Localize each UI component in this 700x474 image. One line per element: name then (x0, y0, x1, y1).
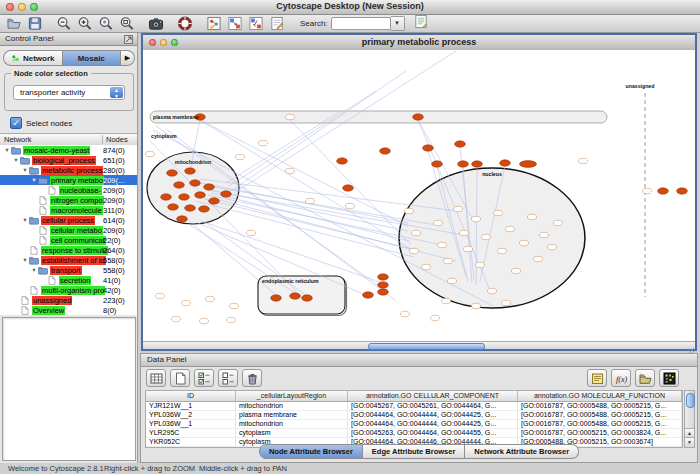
network-node-outline[interactable] (539, 232, 548, 237)
network-node-outline[interactable] (547, 244, 556, 249)
attribute-matrix-icon[interactable] (146, 369, 166, 387)
network-node-outline[interactable] (443, 258, 452, 263)
column-header[interactable]: ID (146, 391, 236, 401)
table-row[interactable]: YJR121W__1mitochondrion[GO:0045267, GO:0… (146, 402, 682, 411)
annotation-icon[interactable] (269, 16, 285, 31)
attribute-table-scrollbar[interactable]: ▲ ▼ (684, 390, 695, 448)
zoom-fit-icon[interactable] (119, 16, 135, 31)
network-node[interactable] (185, 205, 196, 211)
expand-triangle-icon[interactable]: ▼ (21, 257, 29, 263)
network-node[interactable] (378, 289, 389, 295)
tab-network[interactable]: Network (3, 50, 62, 66)
network-node[interactable] (677, 188, 688, 194)
network-node[interactable] (177, 216, 188, 222)
tree-row[interactable]: ▼metabolic process280(0) (0, 165, 137, 175)
link-nodes-icon[interactable] (227, 16, 243, 31)
network-node-outline[interactable] (501, 300, 510, 305)
tree-row[interactable]: response to stimulu264(0) (0, 245, 137, 255)
network-window-titlebar[interactable]: primary metabolic process (143, 35, 695, 51)
network-node[interactable] (168, 204, 179, 210)
network-node[interactable] (472, 161, 483, 167)
network-node[interactable] (167, 170, 178, 176)
network-close-button[interactable] (149, 39, 156, 46)
network-node[interactable] (455, 141, 466, 147)
select-nodes-checkbox[interactable]: ✓ (10, 117, 22, 129)
network-node[interactable] (185, 168, 196, 174)
network-node-outline[interactable] (171, 316, 180, 321)
expand-triangle-icon[interactable]: ▼ (21, 167, 29, 173)
matrix-icon[interactable] (659, 369, 679, 387)
function-builder-icon[interactable]: f(x) (611, 369, 631, 387)
network-node[interactable] (658, 188, 669, 194)
region-plasma-membrane[interactable] (150, 111, 607, 123)
expand-triangle-icon[interactable]: ▼ (30, 177, 38, 183)
network-node[interactable] (380, 148, 391, 154)
scrollbar-thumb[interactable] (368, 343, 485, 350)
attribute-browser-tab[interactable]: Network Attribute Browser (465, 444, 579, 459)
tree-column-nodes[interactable]: Nodes (102, 135, 128, 144)
tree-row[interactable]: ▼mosaic-demo-yeast874(0) (0, 145, 137, 155)
network-node-outline[interactable] (533, 256, 542, 261)
network-node-outline[interactable] (430, 315, 439, 320)
network-node[interactable] (174, 182, 185, 188)
network-node-outline[interactable] (285, 114, 294, 119)
network-node-outline[interactable] (258, 140, 267, 145)
network-node-wide[interactable] (520, 161, 537, 168)
network-node-outline[interactable] (453, 206, 462, 211)
help-ring-icon[interactable] (177, 16, 193, 31)
network-node[interactable] (221, 191, 232, 197)
tree-row[interactable]: secretion41(0) (0, 275, 137, 285)
network-node-outline[interactable] (205, 296, 214, 301)
network-node-outline[interactable] (404, 208, 413, 213)
network-node-outline[interactable] (437, 242, 446, 247)
tree-column-network[interactable]: Network (4, 135, 32, 144)
network-node-outline[interactable] (285, 168, 294, 173)
network-canvas[interactable]: plasma membranecytoplasmmitochondrionnuc… (143, 50, 695, 341)
network-node-outline[interactable] (505, 226, 514, 231)
network-node[interactable] (343, 185, 354, 191)
tree-row[interactable]: multi-organism pro42(0) (0, 285, 137, 295)
network-node[interactable] (458, 161, 469, 167)
network-node-outline[interactable] (493, 210, 502, 215)
zoom-in-icon[interactable] (77, 16, 93, 31)
table-row[interactable]: YLR295Ccytoplasm[GO:0045263, GO:0044464,… (146, 429, 682, 438)
network-node[interactable] (337, 158, 348, 164)
network-node[interactable] (290, 293, 301, 299)
tree-row[interactable]: nitrogen compo209(0) (0, 195, 137, 205)
tree-row[interactable]: ▼transport558(0) (0, 265, 137, 275)
network-node-outline[interactable] (459, 230, 468, 235)
tree-row[interactable]: unassigned223(0) (0, 295, 137, 305)
unselect-attributes-icon[interactable] (218, 369, 238, 387)
tree-row[interactable]: ▼establishment of lo558(0) (0, 255, 137, 265)
network-node-outline[interactable] (229, 303, 238, 308)
tree-row[interactable]: cellular metabo209(0) (0, 225, 137, 235)
network-node-outline[interactable] (226, 317, 235, 322)
column-header[interactable]: annotation.GO CELLULAR_COMPONENT (348, 391, 518, 401)
network-node-outline[interactable] (199, 318, 208, 323)
tree-row[interactable]: nucleobase-209(0) (0, 185, 137, 195)
network-node[interactable] (195, 192, 206, 198)
network-node-outline[interactable] (471, 303, 480, 308)
network-node[interactable] (423, 145, 434, 151)
network-node-outline[interactable] (487, 288, 496, 293)
tree-row[interactable]: Overview8(0) (0, 305, 137, 315)
network-node-outline[interactable] (519, 240, 528, 245)
snapshot-icon[interactable] (148, 16, 164, 31)
network-node-outline[interactable] (441, 298, 450, 303)
column-header[interactable]: annotation.GO MOLECULAR_FUNCTION (518, 391, 682, 401)
network-node-outline[interactable] (421, 264, 430, 269)
network-node[interactable] (190, 180, 201, 186)
tree-row[interactable]: macromolecule311(0) (0, 205, 137, 215)
network-node-outline[interactable] (235, 154, 244, 159)
network-node-outline[interactable] (497, 248, 506, 253)
network-node-outline[interactable] (475, 262, 484, 267)
search-dropdown-button[interactable]: ▼ (391, 16, 405, 31)
zoom-selected-icon[interactable] (98, 16, 114, 31)
overview-icon[interactable] (206, 16, 222, 31)
network-node[interactable] (378, 282, 389, 288)
network-node-outline[interactable] (155, 293, 164, 298)
network-node-outline[interactable] (409, 248, 418, 253)
network-node[interactable] (302, 295, 313, 301)
tree-row[interactable]: ▼biological_process651(0) (0, 155, 137, 165)
scrollbar-thumb[interactable] (686, 393, 695, 408)
